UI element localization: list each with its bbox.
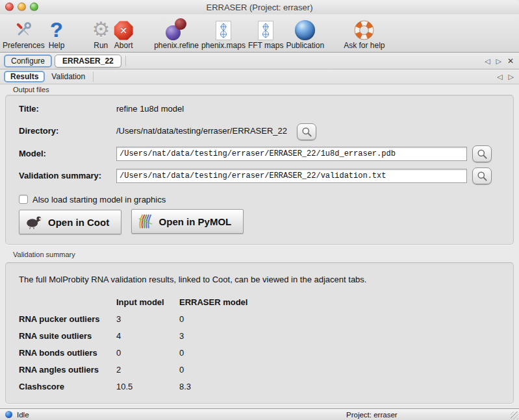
help-icon: ?	[50, 17, 63, 40]
table-cell: 0	[179, 362, 247, 378]
toolbar-label: Abort	[114, 41, 133, 50]
validation-table: Input model ERRASER model RNA pucker out…	[19, 294, 247, 395]
browse-model-button[interactable]	[472, 145, 492, 162]
lifebuoy-icon	[354, 17, 374, 40]
table-cell: 3	[116, 311, 179, 328]
table-cell: 4	[116, 328, 179, 345]
table-row-label: RNA suite outliers	[19, 328, 116, 345]
status-text: Idle	[17, 411, 29, 419]
magnifier-icon	[477, 149, 488, 160]
close-window-button[interactable]	[5, 3, 14, 11]
status-indicator-icon	[5, 411, 12, 418]
status-bar: Idle Project: erraser	[0, 408, 519, 420]
toolbar-label: FFT maps	[248, 41, 283, 50]
resize-grip-icon[interactable]	[511, 412, 518, 419]
toolbar-label: phenix.maps	[201, 41, 246, 50]
magnifier-icon	[477, 171, 488, 182]
validation-path-input[interactable]	[116, 169, 467, 183]
magnifier-icon	[301, 127, 312, 138]
toolbar-button-publication[interactable]: Publication	[286, 17, 324, 50]
title-bar: ERRASER (Project: erraser)	[0, 0, 519, 14]
toolbar-button-abort[interactable]: ✕ Abort	[114, 17, 133, 50]
toolbar-label: Help	[49, 41, 65, 50]
sub-tab-nav-controls: ◁ ▷	[497, 73, 514, 80]
toolbar: Preferences ? Help ⚙ Run ✕ Abort phenix.…	[0, 14, 519, 53]
abort-icon: ✕	[114, 17, 133, 40]
table-cell: 0	[179, 311, 247, 328]
main-tab-bar: Configure ERRASER_22 ◁ ▷ ✕	[0, 53, 519, 69]
zoom-window-button[interactable]	[30, 3, 38, 11]
directory-value: /Users/nat/data/testing/erraser/ERRASER_…	[116, 126, 287, 136]
output-files-groupbox: Title: refine 1u8d model Directory: /Use…	[5, 95, 514, 245]
title-label: Title:	[19, 104, 116, 114]
globe-icon	[295, 17, 315, 40]
toolbar-button-run[interactable]: ⚙ Run	[92, 17, 110, 50]
table-corner-cell	[19, 294, 116, 311]
map-mesh-icon	[216, 17, 231, 40]
button-label: Open in Coot	[48, 217, 109, 228]
table-cell: 8.3	[179, 378, 247, 395]
tab-scroll-right-icon[interactable]: ▷	[496, 57, 501, 65]
load-starting-model-checkbox[interactable]	[19, 195, 28, 204]
toolbar-button-fft-maps[interactable]: FFT maps	[248, 17, 283, 50]
toolbar-button-help[interactable]: ? Help	[49, 17, 65, 50]
tab-scroll-left-icon[interactable]: ◁	[497, 73, 502, 80]
tab-label: Results	[10, 72, 38, 81]
column-header-erraser-model: ERRASER model	[179, 294, 247, 311]
gear-icon: ⚙	[92, 17, 110, 40]
tab-label: Configure	[11, 56, 45, 66]
browse-validation-button[interactable]	[472, 167, 492, 184]
toolbar-button-phenix-refine[interactable]: phenix.refine	[154, 17, 199, 50]
toolbar-button-ask-for-help[interactable]: Ask for help	[344, 17, 385, 50]
output-files-section-label: Output files	[13, 86, 49, 93]
tab-scroll-right-icon[interactable]: ▷	[509, 73, 514, 80]
window-controls	[5, 3, 38, 11]
validation-summary-groupbox: The full MolProbity RNA validation resul…	[5, 262, 514, 404]
validation-intro-text: The full MolProbity RNA validation resul…	[19, 275, 366, 284]
table-cell: 10.5	[116, 378, 179, 395]
table-cell: 2	[116, 362, 179, 378]
project-status-text: Project: erraser	[346, 411, 398, 419]
toolbar-button-phenix-maps[interactable]: phenix.maps	[201, 17, 246, 50]
table-row-label: Clashscore	[19, 378, 116, 395]
tab-nav-controls: ◁ ▷ ✕	[485, 57, 514, 65]
directory-label: Directory:	[19, 126, 116, 136]
toolbar-button-preferences[interactable]: Preferences	[3, 17, 45, 50]
table-row-label: RNA angles outliers	[19, 362, 116, 378]
title-value: refine 1u8d model	[116, 104, 184, 114]
validation-summary-section-label: Validation summary	[13, 251, 75, 258]
checkbox-label: Also load starting model in graphics	[32, 195, 166, 204]
tab-separator	[125, 56, 126, 66]
tools-icon	[13, 17, 34, 40]
coot-bird-icon	[25, 214, 43, 230]
tab-scroll-left-icon[interactable]: ◁	[485, 57, 490, 65]
refine-spheres-icon	[165, 17, 188, 40]
tab-close-icon[interactable]: ✕	[507, 57, 514, 65]
toolbar-label: Publication	[286, 41, 324, 50]
browse-directory-button[interactable]	[297, 123, 316, 140]
open-in-pymol-button[interactable]: Open in PyMOL	[131, 209, 244, 234]
table-row-label: RNA bonds outliers	[19, 345, 116, 362]
window-title: ERRASER (Project: erraser)	[0, 3, 519, 12]
validation-summary-label: Validation summary:	[19, 171, 116, 180]
tab-separator	[93, 71, 94, 82]
table-cell: 0	[116, 345, 179, 362]
map-mesh-icon	[258, 17, 273, 40]
table-cell: 0	[179, 345, 247, 362]
toolbar-label: Preferences	[3, 41, 45, 50]
tab-results[interactable]: Results	[4, 71, 45, 82]
tab-validation[interactable]: Validation	[45, 71, 92, 82]
toolbar-label: Run	[94, 41, 108, 50]
model-path-input[interactable]	[116, 147, 467, 161]
open-in-coot-button[interactable]: Open in Coot	[19, 210, 121, 234]
pymol-ribbon-icon	[137, 213, 154, 230]
app-window: ERRASER (Project: erraser) Preferences	[0, 0, 519, 420]
table-row-label: RNA pucker outliers	[19, 311, 116, 328]
minimize-window-button[interactable]	[18, 3, 26, 11]
tab-label: ERRASER_22	[62, 56, 114, 66]
tab-erraser-22[interactable]: ERRASER_22	[55, 55, 121, 68]
tab-label: Validation	[51, 72, 85, 81]
tab-configure[interactable]: Configure	[4, 55, 52, 68]
toolbar-label: Ask for help	[344, 41, 385, 50]
results-panel: Output files Title: refine 1u8d model Di…	[0, 84, 519, 408]
